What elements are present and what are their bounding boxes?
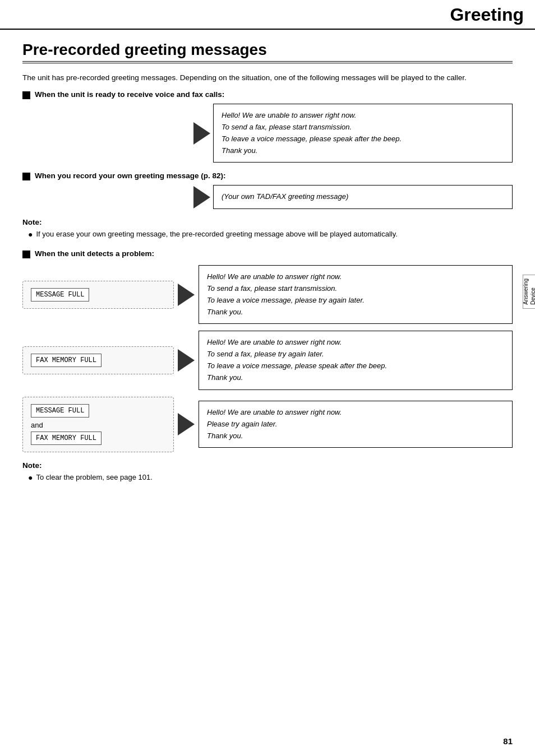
side-tab-text: Answering Device [522,279,536,305]
intro-text: The unit has pre-recorded greeting messa… [22,72,513,84]
side-tab: Answering Device [523,275,535,309]
header-title: Greeting [450,4,524,25]
section1-message-row: Hello! We are unable to answer right now… [34,104,513,163]
problem-message-2: Hello! We are unable to answer right now… [199,331,513,389]
display-box-message-full: MESSAGE FULL [31,288,89,302]
arrow-icon4 [178,349,195,372]
problem-display-1: MESSAGE FULL [22,281,174,309]
problem-arrow-2 [174,349,199,372]
section2-heading: When you record your own greeting messag… [22,171,513,180]
problem-arrow-3 [174,413,199,435]
problem-arrow-1 [174,284,199,306]
section3-heading: When the unit detects a problem: [22,249,513,258]
page-number: 81 [503,736,513,746]
section1-heading: When the unit is ready to receive voice … [22,90,513,99]
problem-message-1: Hello! We are unable to answer right now… [199,265,513,324]
note1: Note: ● If you erase your own greeting m… [22,218,513,240]
problem-row-3: MESSAGE FULL and FAX MEMORY FULL Hello! … [22,397,513,452]
section1-arrow [191,122,213,145]
display-box-msg-full-2: MESSAGE FULL [31,404,89,418]
section2-arrow [191,186,213,208]
note2-item: ● To clear the problem, see page 101. [28,472,513,484]
problem-display-2: FAX MEMORY FULL [22,346,174,374]
bullet-icon3 [22,251,30,258]
problem-message-3: Hello! We are unable to answer right now… [199,401,513,448]
arrow-icon2 [193,186,210,208]
note2-bullet-icon: ● [28,472,33,484]
arrow-icon [193,122,210,145]
note2: Note: ● To clear the problem, see page 1… [22,461,513,484]
section2-message-row: (Your own TAD/FAX greeting message) [34,185,513,209]
main-content: Pre-recorded greeting messages The unit … [0,30,535,516]
problem-row-2: FAX MEMORY FULL Hello! We are unable to … [22,331,513,389]
arrow-icon5 [178,413,195,435]
and-text: and [31,421,165,429]
problem-section: MESSAGE FULL Hello! We are unable to ans… [22,265,513,452]
note1-item: ● If you erase your own greeting message… [28,229,513,240]
display-box-fax-mem-full-2: FAX MEMORY FULL [31,432,102,445]
note2-title: Note: [22,461,513,470]
section2-message-box: (Your own TAD/FAX greeting message) [213,185,513,209]
note1-title: Note: [22,218,513,226]
bullet-icon2 [22,173,30,180]
page-title: Pre-recorded greeting messages [22,41,513,63]
note-bullet-icon: ● [28,229,33,240]
arrow-icon3 [178,284,195,306]
bullet-icon [22,91,30,99]
problem-display-3: MESSAGE FULL and FAX MEMORY FULL [22,397,174,452]
section1-message-box: Hello! We are unable to answer right now… [213,104,513,163]
problem-row-1: MESSAGE FULL Hello! We are unable to ans… [22,265,513,324]
page-header: Greeting [0,0,535,30]
display-box-fax-memory-full: FAX MEMORY FULL [31,354,102,367]
